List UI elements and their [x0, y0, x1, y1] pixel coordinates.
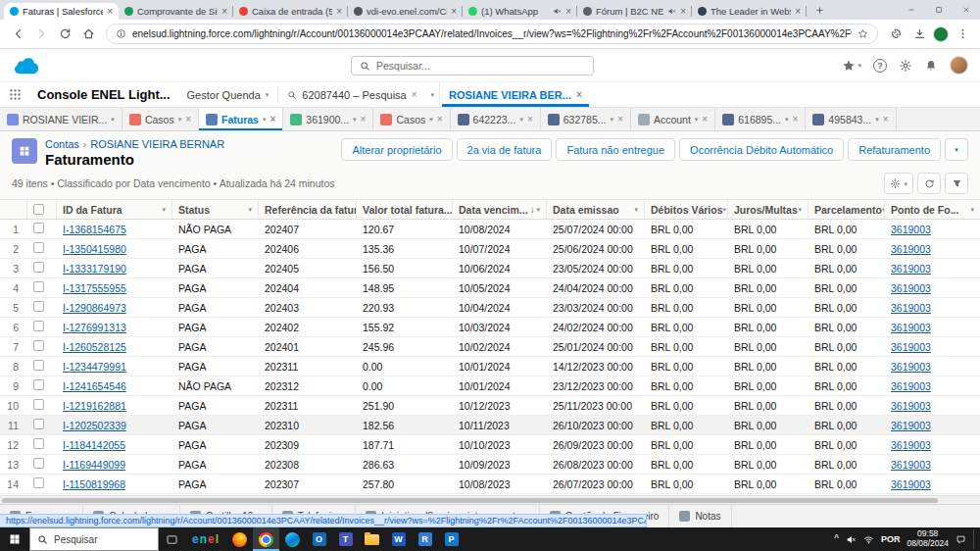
service-point-link[interactable]: 3619003	[891, 282, 931, 294]
tab-close-button[interactable]: ×	[527, 115, 533, 125]
invoice-link[interactable]: I-1317555955	[63, 282, 126, 294]
console-subtab[interactable]: 495843...▾×	[806, 108, 896, 130]
browser-tab[interactable]: vdi-evo.enel.com/Citri...×	[348, 3, 463, 20]
invoice-row[interactable]: 8I-1234479991PAGA2023110.0010/01/202414/…	[0, 357, 980, 376]
row-checkbox[interactable]	[33, 458, 44, 469]
tab-close-button[interactable]: ×	[361, 115, 367, 125]
new-tab-button[interactable]	[811, 2, 827, 18]
actions-dropdown-button[interactable]: ▾	[945, 138, 968, 161]
chrome-taskbar-button[interactable]	[253, 527, 279, 551]
invoice-link[interactable]: I-1150819968	[63, 478, 125, 490]
chevron-down-icon[interactable]: ▾	[178, 116, 182, 123]
browser-tab[interactable]: Faturas | Salesforce×	[4, 3, 119, 20]
tab-close-button[interactable]: ×	[437, 115, 443, 125]
invoice-link[interactable]: I-1350415980	[63, 243, 126, 255]
row-checkbox[interactable]	[33, 399, 44, 410]
breadcrumb-accounts-link[interactable]: Contas	[45, 138, 79, 150]
filter-button[interactable]	[945, 173, 968, 194]
invoice-link[interactable]: I-1241654546	[63, 380, 126, 392]
column-header[interactable]: Parcelamento▾	[808, 200, 885, 219]
row-checkbox[interactable]	[33, 438, 44, 449]
tab-close-button[interactable]: ×	[565, 7, 571, 17]
chevron-down-icon[interactable]: ▾	[695, 116, 699, 123]
column-header[interactable]: Juros/Multas▾	[728, 200, 808, 219]
column-header[interactable]: ID da Fatura▾	[57, 200, 172, 219]
console-subtab[interactable]: 642223...▾×	[451, 108, 541, 130]
service-point-link[interactable]: 3619003	[891, 224, 931, 235]
notifications-bell-icon[interactable]	[924, 59, 938, 73]
invoice-row[interactable]: 14I-1150819968PAGA202307257.8010/08/2023…	[0, 475, 980, 494]
invoice-row[interactable]: 11I-1202502339PAGA202310182.5610/11/2023…	[0, 416, 980, 435]
chevron-down-icon[interactable]: ▾	[162, 206, 166, 213]
utility-item[interactable]: Notas	[669, 505, 731, 527]
invoice-row[interactable]: 2I-1350415980PAGA202406135.3610/07/20242…	[0, 239, 980, 259]
console-subtab[interactable]: Faturas▾×	[199, 108, 283, 130]
action-button[interactable]: Alterar proprietário	[341, 138, 452, 161]
invoice-link[interactable]: I-1368154675	[63, 224, 126, 235]
browser-menu-button[interactable]	[953, 25, 972, 44]
column-header[interactable]: Referência da fatura▾	[259, 200, 357, 219]
column-header[interactable]: Ponto de Fo...▾	[885, 200, 980, 219]
address-bar[interactable]	[106, 24, 878, 44]
url-input[interactable]	[132, 28, 852, 39]
column-header[interactable]: Débitos Vários▾	[645, 200, 728, 219]
row-checkbox[interactable]	[33, 360, 44, 371]
row-checkbox[interactable]	[33, 321, 44, 331]
taskbar-search[interactable]	[29, 527, 159, 551]
service-point-link[interactable]: 3619003	[891, 478, 931, 490]
photos-taskbar-button[interactable]: P	[438, 527, 465, 551]
show-desktop-button[interactable]	[973, 529, 977, 549]
tab-close-button[interactable]: ×	[336, 7, 342, 17]
chevron-down-icon[interactable]: ▾	[798, 206, 802, 213]
taskbar-search-input[interactable]	[54, 534, 136, 545]
tab-close-button[interactable]: ×	[795, 7, 801, 17]
service-point-link[interactable]: 3619003	[891, 361, 931, 373]
console-subtab[interactable]: Casos▾×	[373, 108, 450, 130]
chevron-down-icon[interactable]: ▾	[429, 116, 433, 123]
firefox-taskbar-button[interactable]	[226, 527, 253, 551]
taskbar-clock[interactable]: 09:58 08/08/2024	[906, 529, 949, 549]
tab-close-button[interactable]: ×	[107, 7, 113, 17]
site-info-icon[interactable]	[116, 28, 126, 39]
invoice-row[interactable]: 3I-1333179190PAGA202405156.5010/06/20242…	[0, 259, 980, 278]
invoice-link[interactable]: I-1202502339	[63, 420, 126, 431]
edge-taskbar-button[interactable]	[279, 527, 306, 551]
invoice-row[interactable]: 7I-1260528125PAGA202401245.9610/02/20242…	[0, 337, 980, 357]
invoice-row[interactable]: 6I-1276991313PAGA202402155.9210/03/20242…	[0, 318, 980, 337]
action-button[interactable]: Ocorrência Débito Automático	[679, 138, 844, 161]
remote-desktop-taskbar-button[interactable]: R	[412, 527, 438, 551]
tab-close-button[interactable]: ×	[270, 115, 275, 125]
row-checkbox[interactable]	[33, 477, 44, 488]
breadcrumb-account-link[interactable]: ROSIANE VIEIRA BERNAR	[90, 138, 224, 150]
action-button[interactable]: 2a via de fatura	[457, 138, 553, 161]
invoice-row[interactable]: 4I-1317555955PAGA202404148.9510/05/20242…	[0, 278, 980, 298]
tab-close-button[interactable]: ×	[617, 115, 623, 125]
browser-tab[interactable]: Caixa de entrada (5 4...×	[233, 3, 348, 20]
browser-tab[interactable]: The Leader in Website...×	[692, 3, 807, 20]
chevron-down-icon[interactable]: ▾	[111, 116, 115, 123]
tab-close-button[interactable]: ×	[793, 115, 799, 125]
service-point-link[interactable]: 3619003	[891, 322, 931, 333]
chevron-down-icon[interactable]: ▾	[875, 116, 879, 123]
chevron-down-icon[interactable]: ▾	[353, 116, 357, 123]
console-subtab[interactable]: ROSIANE VIEIR...▾	[0, 108, 122, 130]
console-subtab[interactable]: Account▾×	[631, 108, 715, 130]
chevron-down-icon[interactable]: ▾	[970, 206, 974, 213]
browser-tab[interactable]: Fórum | B2C NEWS×	[577, 3, 692, 20]
console-subtab[interactable]: Casos▾×	[122, 108, 199, 130]
browser-tab[interactable]: Comprovante de Situa...×	[119, 3, 233, 20]
chevron-down-icon[interactable]: ▾	[519, 116, 523, 123]
service-point-link[interactable]: 3619003	[891, 341, 931, 353]
scrollbar-thumb[interactable]	[2, 498, 938, 503]
user-avatar[interactable]	[950, 56, 968, 75]
workspace-tab[interactable]: ROSIANE VIEIRA BER...×	[440, 82, 591, 107]
tray-expand-button[interactable]: ^	[834, 534, 839, 544]
chevron-down-icon[interactable]: ▾	[536, 206, 540, 213]
row-checkbox[interactable]	[33, 242, 44, 253]
action-button[interactable]: Refaturamento	[848, 138, 941, 161]
outlook-taskbar-button[interactable]: O	[306, 527, 332, 551]
invoice-link[interactable]: I-1276991313	[63, 322, 126, 333]
chevron-down-icon[interactable]: ▾	[611, 116, 614, 123]
browser-profile-avatar[interactable]	[933, 26, 949, 42]
back-button[interactable]	[8, 25, 27, 44]
